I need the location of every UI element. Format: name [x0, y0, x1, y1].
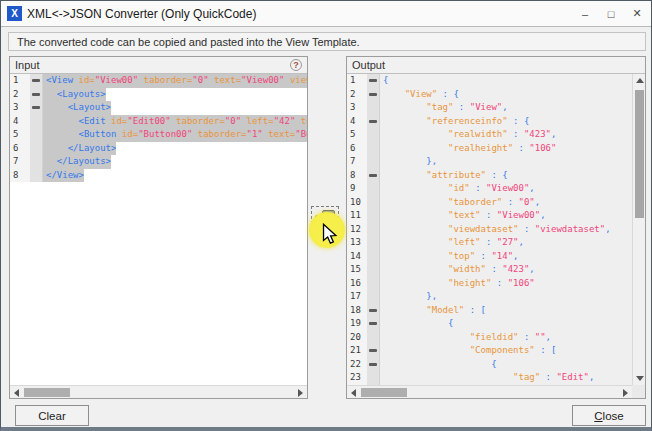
fold-gutter-cell: [367, 385, 380, 386]
code-line-text: "Model" : [: [380, 304, 486, 318]
fold-collapse-icon[interactable]: [369, 79, 377, 82]
fold-collapse-icon[interactable]: [369, 363, 377, 366]
fold-gutter-cell: [30, 115, 43, 129]
input-panel: Input ? 1<View id="View00" taborder="0" …: [9, 56, 308, 399]
line-number: 1: [347, 74, 367, 88]
line-number: 3: [347, 101, 367, 115]
code-line-text: "realheight" : "106": [380, 142, 556, 156]
input-panel-header: Input ?: [10, 57, 307, 74]
mouse-cursor-icon: [322, 223, 338, 245]
output-code-area[interactable]: 1{2 "View" : {3 "tag" : "View",4 "refere…: [347, 74, 632, 385]
code-line-text: </View>: [43, 169, 84, 183]
line-number: 4: [10, 115, 30, 129]
scroll-right-icon[interactable]: [619, 386, 632, 399]
line-number: 8: [347, 169, 367, 183]
output-editor[interactable]: 1{2 "View" : {3 "tag" : "View",4 "refere…: [347, 74, 632, 385]
code-line-text: </Layouts>: [43, 155, 111, 169]
line-number: 10: [347, 196, 367, 210]
output-horizontal-scrollbar[interactable]: [347, 385, 632, 398]
fold-collapse-icon[interactable]: [369, 174, 377, 177]
fold-gutter-cell: [367, 250, 380, 264]
code-line: 2 "View" : {: [347, 88, 632, 102]
fold-collapse-icon[interactable]: [369, 349, 377, 352]
code-line: 7 </Layouts>: [10, 155, 307, 169]
code-line-text: "fieldid" : "",: [380, 331, 551, 345]
output-panel: Output 1{2 "View" : {3 "tag" : "View",4 …: [346, 56, 646, 399]
code-line-text: "text" : "View00",: [380, 209, 546, 223]
input-hscroll-thumb[interactable]: [24, 388, 70, 397]
code-line-text: {: [380, 317, 453, 331]
code-line: 16 "height" : "106": [347, 277, 632, 291]
fold-gutter-cell: [367, 115, 380, 129]
fold-gutter-cell: [30, 155, 43, 169]
code-line-text: "height" : "106": [380, 277, 535, 291]
fold-collapse-icon[interactable]: [369, 322, 377, 325]
code-line-text: "width" : "423",: [380, 263, 535, 277]
output-vscroll-thumb[interactable]: [635, 90, 644, 218]
help-icon[interactable]: ?: [290, 59, 302, 71]
scroll-left-icon[interactable]: [10, 386, 23, 399]
code-line-text: <Layouts>: [43, 88, 106, 102]
code-line: 17 },: [347, 290, 632, 304]
fold-collapse-icon[interactable]: [369, 120, 377, 123]
code-line-text: "tag" : "View",: [380, 101, 508, 115]
dialog-window: X XML<->JSON Converter (Only QuickCode) …: [0, 0, 652, 431]
window-title: XML<->JSON Converter (Only QuickCode): [27, 7, 256, 21]
code-line-text: "attribute" : {: [380, 169, 508, 183]
code-line: 6 "realheight" : "106": [347, 142, 632, 156]
info-message-text: The converted code can be copied and pas…: [17, 36, 360, 48]
line-number: 22: [347, 358, 367, 372]
fold-gutter-cell: [30, 101, 43, 115]
code-line-text: {: [380, 358, 497, 372]
output-hscroll-thumb[interactable]: [361, 388, 407, 397]
clear-button-label: Clear: [38, 410, 65, 422]
fold-collapse-icon[interactable]: [369, 93, 377, 96]
fold-gutter-cell: [367, 317, 380, 331]
line-number: 3: [10, 101, 30, 115]
fold-gutter-cell: [367, 304, 380, 318]
fold-collapse-icon[interactable]: [369, 309, 377, 312]
scroll-right-icon[interactable]: [294, 386, 307, 399]
code-line-text: "left" : "27",: [380, 236, 524, 250]
close-window-button[interactable]: ✕: [629, 6, 645, 22]
title-bar[interactable]: X XML<->JSON Converter (Only QuickCode) …: [1, 1, 651, 27]
code-line: 18 "Model" : [: [347, 304, 632, 318]
close-button[interactable]: Close: [572, 405, 646, 426]
input-code-area[interactable]: 1<View id="View00" taborder="0" text="Vi…: [10, 74, 307, 385]
line-number: 13: [347, 236, 367, 250]
code-line: 3 "tag" : "View",: [347, 101, 632, 115]
input-panel-title: Input: [15, 59, 39, 71]
code-line-text: {: [380, 74, 388, 88]
line-number: 18: [347, 304, 367, 318]
scroll-down-icon[interactable]: [633, 372, 646, 385]
fold-collapse-icon[interactable]: [32, 106, 40, 109]
scroll-up-icon[interactable]: [633, 74, 646, 87]
input-editor[interactable]: 1<View id="View00" taborder="0" text="Vi…: [10, 74, 307, 385]
fold-gutter-cell: [30, 74, 43, 88]
line-number: 19: [347, 317, 367, 331]
output-vertical-scrollbar[interactable]: [632, 74, 645, 385]
line-number: 17: [347, 290, 367, 304]
maximize-button[interactable]: □: [603, 6, 619, 22]
clear-button[interactable]: Clear: [15, 405, 89, 426]
code-line: 24 "attribute" : {: [347, 385, 632, 386]
code-line: 4 <Edit id="Edit00" taborder="0" left="4…: [10, 115, 307, 129]
fold-gutter-cell: [30, 142, 43, 156]
fold-collapse-icon[interactable]: [32, 79, 40, 82]
code-line-text: "Components" : [: [380, 344, 556, 358]
minimize-button[interactable]: –: [577, 6, 593, 22]
line-number: 6: [10, 142, 30, 156]
code-line-text: "tag" : "Edit",: [380, 371, 594, 385]
fold-collapse-icon[interactable]: [32, 93, 40, 96]
code-line: 3 <Layout>: [10, 101, 307, 115]
scroll-left-icon[interactable]: [347, 386, 360, 399]
code-line-text: },: [380, 155, 437, 169]
line-number: 8: [10, 169, 30, 183]
code-line: 20 "fieldid" : "",: [347, 331, 632, 345]
code-line: 10 "taborder" : "0",: [347, 196, 632, 210]
code-line: 8</View>: [10, 169, 307, 183]
line-number: 2: [347, 88, 367, 102]
input-horizontal-scrollbar[interactable]: [10, 385, 307, 398]
code-line-text: "referenceinfo" : {: [380, 115, 529, 129]
line-number: 21: [347, 344, 367, 358]
